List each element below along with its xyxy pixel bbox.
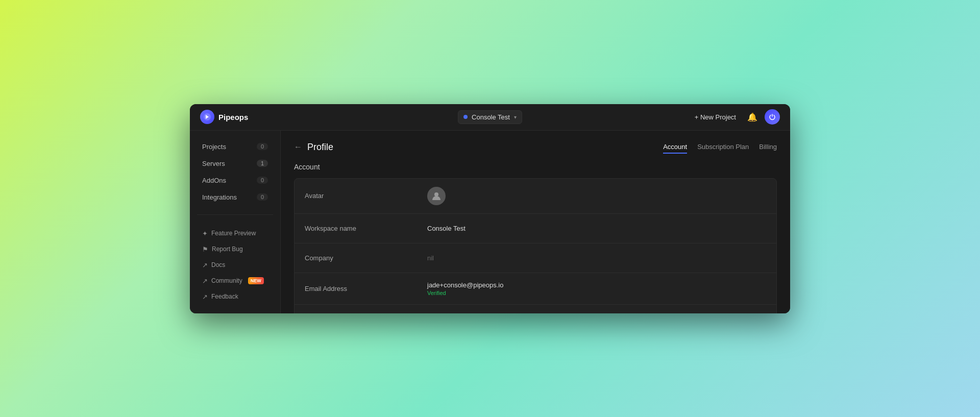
table-row: Email Address jade+console@pipeops.io Ve… [295, 273, 776, 305]
table-row: Company nil [295, 243, 776, 273]
servers-badge: 1 [257, 160, 268, 167]
header: Pipeops Console Test ▾ + New Project 🔔 [190, 104, 790, 131]
body: Projects 0 Servers 1 AddOns 0 Integratio… [190, 131, 790, 313]
sidebar-item-label: Projects [202, 143, 226, 151]
app-window: Pipeops Console Test ▾ + New Project 🔔 P… [190, 104, 790, 313]
sidebar-link-label: Report Bug [212, 246, 243, 253]
report-bug-icon: ⚑ [202, 246, 208, 253]
company-value: nil [427, 254, 766, 262]
workspace-name-label: Workspace name [305, 225, 427, 232]
account-card: Avatar Workspace name Console Test [294, 178, 777, 313]
sidebar-link-feedback[interactable]: ↗ Feedback [197, 289, 273, 304]
main-content: ← Profile Account Subscription Plan Bill… [281, 131, 790, 313]
page-title: Profile [307, 142, 333, 153]
tab-account[interactable]: Account [663, 141, 687, 154]
logo-text: Pipeops [218, 113, 248, 121]
sidebar-item-integrations[interactable]: Integrations 0 [197, 189, 273, 205]
section-title: Account [294, 163, 777, 171]
community-icon: ↗ [202, 277, 208, 285]
password-dots: xxxxxxxxxx [427, 313, 739, 313]
table-row: Workspace name Console Test [295, 214, 776, 243]
verified-badge: Verified [427, 290, 766, 296]
power-button[interactable] [765, 109, 780, 125]
nav-section: Projects 0 Servers 1 AddOns 0 Integratio… [190, 139, 280, 206]
bell-icon[interactable]: 🔔 [747, 112, 757, 122]
avatar [427, 187, 446, 205]
sidebar-item-label: AddOns [202, 177, 226, 184]
sidebar-link-label: Docs [211, 261, 225, 268]
sidebar-link-feature-preview[interactable]: ✦ Feature Preview [197, 226, 273, 241]
sidebar-link-label: Feedback [211, 293, 238, 300]
sidebar: Projects 0 Servers 1 AddOns 0 Integratio… [190, 131, 281, 313]
table-row: Password xxxxxxxxxx Changed Sun Dec 31 0… [295, 305, 776, 313]
svg-point-1 [434, 192, 438, 197]
feedback-icon: ↗ [202, 293, 208, 301]
sidebar-item-addons[interactable]: AddOns 0 [197, 173, 273, 188]
sidebar-link-label: Feature Preview [211, 230, 256, 237]
logo-area: Pipeops [200, 110, 248, 124]
company-label: Company [305, 254, 427, 262]
workspace-name: Console Test [472, 113, 510, 121]
header-actions: + New Project 🔔 [691, 109, 780, 125]
sidebar-item-servers[interactable]: Servers 1 [197, 156, 273, 171]
sidebar-link-label: Community [211, 277, 242, 284]
page-header: ← Profile Account Subscription Plan Bill… [294, 141, 777, 154]
new-project-button[interactable]: + New Project [691, 111, 740, 124]
avatar-value [427, 187, 766, 205]
sidebar-divider [197, 214, 273, 215]
sidebar-item-projects[interactable]: Projects 0 [197, 139, 273, 155]
logo-icon [200, 110, 214, 124]
sidebar-bottom: ✦ Feature Preview ⚑ Report Bug ↗ Docs ↗ … [190, 226, 280, 305]
feature-preview-icon: ✦ [202, 230, 208, 237]
integrations-badge: 0 [257, 193, 268, 201]
tab-subscription-plan[interactable]: Subscription Plan [697, 141, 749, 154]
addons-badge: 0 [257, 177, 268, 184]
chevron-down-icon: ▾ [514, 114, 517, 120]
tab-billing[interactable]: Billing [759, 141, 777, 154]
tabs: Account Subscription Plan Billing [663, 141, 777, 154]
workspace-selector[interactable]: Console Test ▾ [458, 110, 522, 124]
sidebar-link-community[interactable]: ↗ Community NEW [197, 274, 273, 288]
back-arrow-icon[interactable]: ← [294, 142, 302, 152]
workspace-name-value: Console Test [427, 225, 766, 232]
sidebar-link-docs[interactable]: ↗ Docs [197, 258, 273, 273]
password-value-container: xxxxxxxxxx Changed Sun Dec 31 0000 [427, 313, 739, 313]
email-address: jade+console@pipeops.io [427, 281, 766, 289]
sidebar-item-label: Integrations [202, 193, 237, 201]
table-row: Avatar [295, 179, 776, 214]
new-badge: NEW [248, 277, 264, 284]
email-value-container: jade+console@pipeops.io Verified [427, 281, 766, 296]
workspace-dot [463, 115, 468, 119]
sidebar-item-label: Servers [202, 160, 225, 167]
projects-badge: 0 [257, 143, 268, 150]
avatar-label: Avatar [305, 192, 427, 200]
docs-icon: ↗ [202, 261, 208, 269]
page-title-area: ← Profile [294, 142, 333, 153]
email-label: Email Address [305, 285, 427, 292]
sidebar-link-report-bug[interactable]: ⚑ Report Bug [197, 242, 273, 257]
